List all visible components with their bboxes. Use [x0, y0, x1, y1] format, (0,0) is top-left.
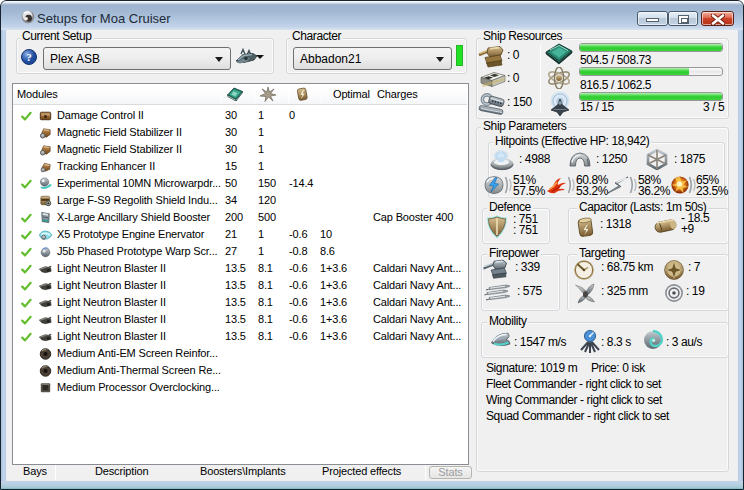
svg-text:?: ? — [26, 51, 32, 63]
